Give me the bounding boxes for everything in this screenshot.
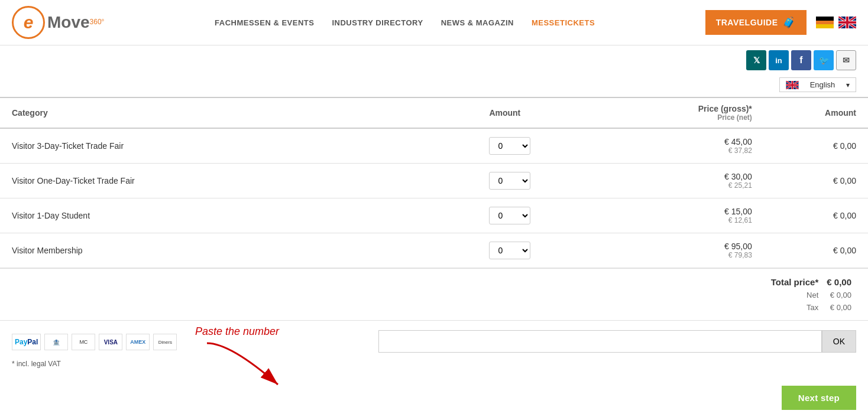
table-row: Visitor One-Day-Ticket Trade Fair0123456… (0, 164, 868, 198)
bag-icon: 🧳 (782, 16, 796, 29)
nav-messetickets[interactable]: MESSETICKETS (532, 18, 595, 27)
quantity-select[interactable]: 012345678910 (489, 172, 530, 190)
total-price-value: € 0,00 (823, 276, 855, 288)
linkedin-icon[interactable]: in (769, 50, 789, 70)
logo[interactable]: e Move360° (12, 6, 104, 39)
social-bar: 𝕏 in f 🐦 ✉ (0, 45, 868, 75)
annotation: Paste the number (195, 325, 313, 393)
flags (816, 17, 856, 28)
amount-cell: € 0,00 (764, 128, 868, 164)
price-cell: € 15,00€ 12,61 (608, 198, 764, 233)
quantity-cell[interactable]: 012345678910 (477, 198, 607, 233)
nav-news[interactable]: NEWS & MAGAZIN (441, 18, 514, 27)
vat-note: * incl. legal VAT (12, 360, 177, 368)
price-cell: € 95,00€ 79,83 (608, 233, 764, 268)
language-label: English (810, 80, 835, 89)
col-header-category: Category (0, 97, 477, 128)
language-flag (786, 81, 799, 89)
tax-value: € 0,00 (823, 302, 855, 313)
logo-e: e (24, 12, 34, 32)
logo-text: Move360° (47, 14, 104, 31)
nav-fachmessen[interactable]: FACHMESSEN & EVENTS (215, 18, 314, 27)
col-header-total: Amount (764, 97, 868, 128)
ticket-table: Category Amount Price (gross)* Price (ne… (0, 97, 868, 268)
amount-cell: € 0,00 (764, 233, 868, 268)
price-cell: € 30,00€ 25,21 (608, 164, 764, 198)
flag-de[interactable] (816, 17, 834, 28)
visa-icon: VISA (99, 334, 122, 350)
summary-section: Total price* € 0,00 Net € 0,00 Tax € 0,0… (0, 268, 868, 321)
svg-rect-2 (816, 24, 834, 28)
language-selector[interactable]: English ▾ (0, 75, 868, 97)
header: e Move360° FACHMESSEN & EVENTS INDUSTRY … (0, 0, 868, 45)
chevron-down-icon: ▾ (846, 81, 850, 89)
svg-rect-0 (816, 17, 834, 21)
paypal-icon: PayPal (12, 334, 41, 350)
tax-label: Tax (767, 302, 822, 313)
quantity-select[interactable]: 012345678910 (489, 207, 530, 224)
col-header-price: Price (gross)* Price (net) (608, 97, 764, 128)
amount-cell: € 0,00 (764, 198, 868, 233)
diners-icon: Diners (153, 334, 177, 350)
twitter-icon[interactable]: 🐦 (814, 50, 834, 70)
quantity-cell[interactable]: 012345678910 (477, 164, 607, 198)
summary-table: Total price* € 0,00 Net € 0,00 Tax € 0,0… (766, 275, 856, 314)
amount-cell: € 0,00 (764, 164, 868, 198)
main-nav: FACHMESSEN & EVENTS INDUSTRY DIRECTORY N… (215, 18, 595, 27)
bottom-section: PayPal 🏦 MC VISA AMEX Diners * incl. leg… (0, 321, 868, 380)
table-row: Visitor Membership012345678910€ 95,00€ 7… (0, 233, 868, 268)
net-value: € 0,00 (823, 289, 855, 301)
left-section: PayPal 🏦 MC VISA AMEX Diners * incl. leg… (12, 330, 177, 368)
payment-icons: PayPal 🏦 MC VISA AMEX Diners (12, 334, 177, 350)
table-row: Visitor 1-Day Student012345678910€ 15,00… (0, 198, 868, 233)
flag-uk[interactable] (838, 17, 856, 28)
annotation-text: Paste the number (195, 325, 279, 337)
quantity-select[interactable]: 012345678910 (489, 242, 530, 259)
next-step-button[interactable]: Next step (782, 386, 856, 410)
paste-arrow (195, 340, 313, 393)
bank-transfer-icon: 🏦 (44, 334, 68, 350)
category-cell: Visitor 1-Day Student (0, 198, 477, 233)
category-cell: Visitor 3-Day-Ticket Trade Fair (0, 128, 477, 164)
language-dropdown[interactable]: English ▾ (779, 77, 856, 92)
ok-button[interactable]: OK (822, 330, 856, 353)
next-step-row: Next step (0, 380, 868, 416)
mastercard-icon: MC (72, 334, 95, 350)
svg-rect-1 (816, 21, 834, 24)
price-cell: € 45,00€ 37,82 (608, 128, 764, 164)
travelguide-button[interactable]: TRAVELGUIDE 🧳 (705, 10, 807, 35)
quantity-cell[interactable]: 012345678910 (477, 233, 607, 268)
nav-industry[interactable]: INDUSTRY DIRECTORY (332, 18, 423, 27)
table-row: Visitor 3-Day-Ticket Trade Fair012345678… (0, 128, 868, 164)
category-cell: Visitor One-Day-Ticket Trade Fair (0, 164, 477, 198)
category-cell: Visitor Membership (0, 233, 477, 268)
net-label: Net (767, 289, 822, 301)
total-price-label: Total price* (767, 276, 822, 288)
facebook-icon[interactable]: f (791, 50, 811, 70)
quantity-cell[interactable]: 012345678910 (477, 128, 607, 164)
email-icon[interactable]: ✉ (836, 50, 856, 70)
col-header-amount: Amount (477, 97, 607, 128)
amex-icon: AMEX (126, 334, 150, 350)
xing-icon[interactable]: 𝕏 (746, 50, 766, 70)
coupon-input[interactable] (378, 330, 822, 353)
travelguide-label: TRAVELGUIDE (716, 18, 778, 27)
quantity-select[interactable]: 012345678910 (489, 137, 530, 155)
